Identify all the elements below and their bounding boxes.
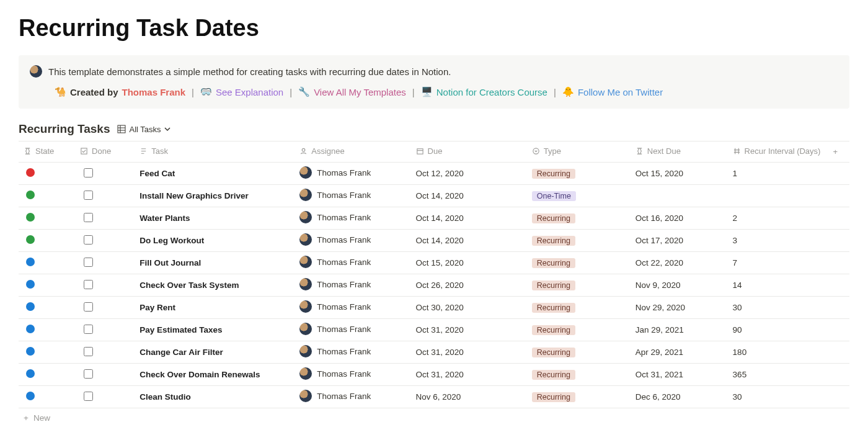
table-row[interactable]: Clean StudioThomas FrankNov 6, 2020Recur… <box>19 386 849 408</box>
table-row[interactable]: Do Leg WorkoutThomas FrankOct 14, 2020Re… <box>19 230 849 252</box>
table-row[interactable]: Change Car Air FilterThomas FrankOct 31,… <box>19 341 849 364</box>
state-dot-icon <box>26 168 35 177</box>
next-due-date: Oct 16, 2020 <box>631 207 728 230</box>
new-row-label: New <box>33 413 50 422</box>
col-done[interactable]: Done <box>75 141 135 163</box>
due-date: Nov 6, 2020 <box>411 386 527 408</box>
task-title[interactable]: Install New Graphics Driver <box>140 191 249 200</box>
assignee-name: Thomas Frank <box>317 347 371 356</box>
done-checkbox[interactable] <box>84 347 93 356</box>
camel-icon: 🐪 <box>55 86 66 97</box>
assignee-name: Thomas Frank <box>317 168 371 177</box>
recur-interval: 1 <box>728 163 828 185</box>
task-title[interactable]: Change Car Air Filter <box>140 348 223 357</box>
wrench-icon: 🔧 <box>298 86 310 97</box>
view-templates-link[interactable]: View All My Templates <box>314 87 406 97</box>
col-due[interactable]: Due <box>411 141 527 163</box>
assignee-name: Thomas Frank <box>317 302 371 312</box>
state-dot-icon <box>26 213 35 222</box>
calendar-icon <box>416 147 424 155</box>
col-interval[interactable]: Recur Interval (Days) <box>728 141 828 163</box>
monitor-icon: 🖥️ <box>421 86 433 97</box>
task-title[interactable]: Feed Cat <box>140 169 175 178</box>
table-row[interactable]: Install New Graphics DriverThomas FrankO… <box>19 185 849 207</box>
assignee-name: Thomas Frank <box>317 392 371 401</box>
task-title[interactable]: Water Plants <box>140 213 190 223</box>
type-tag: Recurring <box>532 303 575 313</box>
state-dot-icon <box>26 280 35 289</box>
task-title[interactable]: Check Over Task System <box>140 281 239 290</box>
assignee-name: Thomas Frank <box>317 325 371 334</box>
done-checkbox[interactable] <box>84 258 93 267</box>
next-due-date: Nov 9, 2020 <box>631 274 728 297</box>
table-row[interactable]: Fill Out JournalThomas FrankOct 15, 2020… <box>19 252 849 274</box>
goggles-icon: 🥽 <box>200 86 212 97</box>
task-title[interactable]: Do Leg Workout <box>140 236 204 245</box>
task-title[interactable]: Fill Out Journal <box>140 258 201 267</box>
state-dot-icon <box>26 302 35 311</box>
assignee-avatar-icon <box>299 256 312 268</box>
state-dot-icon <box>26 369 35 378</box>
state-dot-icon <box>26 258 35 266</box>
col-task[interactable]: Task <box>135 141 294 163</box>
table-row[interactable]: Pay Estimated TaxesThomas FrankOct 31, 2… <box>19 319 849 341</box>
select-icon <box>532 147 540 155</box>
twitter-link[interactable]: Follow Me on Twitter <box>578 87 663 97</box>
type-tag: Recurring <box>532 169 575 179</box>
assignee-avatar-icon <box>299 189 312 201</box>
table-row[interactable]: Pay RentThomas FrankOct 30, 2020Recurrin… <box>19 297 849 319</box>
state-dot-icon <box>26 235 35 244</box>
done-checkbox[interactable] <box>84 213 93 222</box>
table-row[interactable]: Water PlantsThomas FrankOct 14, 2020Recu… <box>19 207 849 230</box>
table-icon <box>117 125 126 133</box>
type-tag: Recurring <box>532 258 575 268</box>
table-row[interactable]: Feed CatThomas FrankOct 12, 2020Recurrin… <box>19 163 849 185</box>
separator: | <box>554 87 556 97</box>
creators-course-link[interactable]: Notion for Creators Course <box>436 87 547 97</box>
next-due-date: Dec 6, 2020 <box>631 386 728 408</box>
assignee-name: Thomas Frank <box>317 235 371 245</box>
state-dot-icon <box>26 325 35 333</box>
col-state[interactable]: State <box>19 141 75 163</box>
done-checkbox[interactable] <box>84 392 93 401</box>
see-explanation-link[interactable]: See Explanation <box>216 87 283 97</box>
done-checkbox[interactable] <box>84 280 93 289</box>
due-date: Oct 14, 2020 <box>411 230 527 252</box>
view-name: All Tasks <box>129 125 161 134</box>
done-checkbox[interactable] <box>84 191 93 200</box>
done-checkbox[interactable] <box>84 168 93 177</box>
separator: | <box>192 87 194 97</box>
due-date: Oct 31, 2020 <box>411 319 527 341</box>
recur-interval <box>728 185 828 207</box>
type-tag: Recurring <box>532 213 575 223</box>
table-row[interactable]: Check Over Task SystemThomas FrankOct 26… <box>19 274 849 297</box>
done-checkbox[interactable] <box>84 235 93 245</box>
next-due-date: Oct 15, 2020 <box>631 163 728 185</box>
task-title[interactable]: Pay Rent <box>140 303 175 312</box>
table-row[interactable]: Check Over Domain RenewalsThomas FrankOc… <box>19 364 849 386</box>
new-row-button[interactable]: + New <box>19 408 849 422</box>
view-selector[interactable]: All Tasks <box>117 125 170 134</box>
recur-interval: 90 <box>728 319 828 341</box>
next-due-date <box>631 185 728 207</box>
task-title[interactable]: Pay Estimated Taxes <box>140 325 222 334</box>
done-checkbox[interactable] <box>84 302 93 312</box>
next-due-date: Nov 29, 2020 <box>631 297 728 319</box>
type-tag: One-Time <box>532 191 576 201</box>
plus-icon: + <box>24 413 29 422</box>
task-title[interactable]: Clean Studio <box>140 392 191 402</box>
svg-rect-0 <box>118 125 125 133</box>
col-next-due[interactable]: Next Due <box>631 141 728 163</box>
type-tag: Recurring <box>532 370 575 380</box>
done-checkbox[interactable] <box>84 325 93 334</box>
assignee-avatar-icon <box>299 211 312 223</box>
next-due-date: Apr 29, 2021 <box>631 341 728 364</box>
col-type[interactable]: Type <box>527 141 631 163</box>
svg-point-5 <box>302 148 305 151</box>
add-column-button[interactable]: + <box>828 141 849 163</box>
done-checkbox[interactable] <box>84 369 93 379</box>
col-assignee[interactable]: Assignee <box>294 141 410 163</box>
author-link[interactable]: Thomas Frank <box>122 87 186 97</box>
task-title[interactable]: Check Over Domain Renewals <box>140 370 260 379</box>
assignee-avatar-icon <box>299 323 312 335</box>
